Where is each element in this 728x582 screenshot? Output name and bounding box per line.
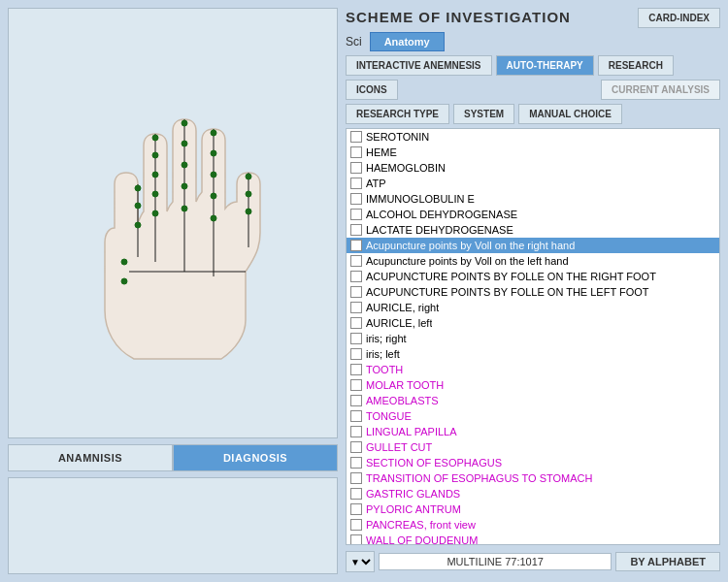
list-item-text: WALL OF DOUDENUM [366, 534, 478, 545]
svg-point-27 [121, 259, 127, 265]
list-item[interactable]: MOLAR TOOTH [347, 377, 719, 393]
list-item[interactable]: PANCREAS, front view [347, 517, 719, 533]
research-type-button[interactable]: RESEARCH TYPE [346, 104, 449, 124]
diagnosis-button[interactable]: DIAGNOSIS [173, 444, 338, 471]
list-item[interactable]: AURICLE, right [347, 300, 719, 315]
list-checkbox[interactable] [350, 534, 362, 545]
list-checkbox[interactable] [350, 457, 362, 469]
list-item[interactable]: TRANSITION OF ESOPHAGUS TO STOMACH [347, 470, 719, 486]
by-alphabet-button[interactable]: BY ALPHABET [615, 552, 720, 571]
list-checkbox[interactable] [350, 379, 362, 391]
icons-button[interactable]: ICONS [346, 80, 398, 100]
list-item-text: MOLAR TOOTH [366, 379, 444, 391]
svg-point-24 [246, 174, 251, 179]
list-checkbox[interactable] [350, 146, 362, 158]
list-checkbox[interactable] [350, 178, 362, 189]
list-item[interactable]: SEROTONIN [347, 129, 719, 145]
list-item[interactable]: IMMUNOGLOBULIN E [347, 191, 719, 207]
list-checkbox[interactable] [350, 240, 362, 251]
list-item[interactable]: HEME [347, 145, 719, 160]
list-item[interactable]: iris; left [347, 346, 719, 362]
list-item[interactable]: LACTATE DEHYDROGENASE [347, 222, 719, 238]
list-item[interactable]: LINGUAL PAPILLA [347, 424, 719, 439]
bottom-controls: ▼ MULTILINE 77:1017 BY ALPHABET [346, 549, 720, 574]
list-item-text: AMEOBLASTS [366, 395, 439, 406]
svg-point-8 [152, 172, 158, 178]
hand-image [56, 68, 289, 378]
system-button[interactable]: SYSTEM [453, 104, 514, 124]
dropdown-select[interactable]: ▼ [346, 551, 375, 572]
list-checkbox[interactable] [350, 364, 362, 375]
manual-choice-button[interactable]: MANUAL CHOICE [518, 104, 622, 124]
list-item-text: HEME [366, 146, 397, 158]
list-item[interactable]: AURICLE, left [347, 315, 719, 331]
list-checkbox[interactable] [350, 286, 362, 298]
list-checkbox[interactable] [350, 224, 362, 236]
list-item[interactable]: AMEOBLASTS [347, 393, 719, 408]
auto-therapy-button[interactable]: AUTO-THERAPY [496, 55, 594, 76]
list-checkbox[interactable] [350, 193, 362, 205]
current-analysis-button[interactable]: CURRENT ANALYSIS [601, 80, 720, 100]
svg-point-6 [152, 135, 158, 141]
list-item[interactable]: ATP [347, 176, 719, 191]
list-item[interactable]: TONGUE [347, 408, 719, 424]
list-checkbox[interactable] [350, 441, 362, 453]
list-item-text: ATP [366, 178, 386, 189]
function-row-3: RESEARCH TYPE SYSTEM MANUAL CHOICE [346, 104, 720, 124]
list-item[interactable]: GULLET CUT [347, 439, 719, 455]
list-item-text: Acupuncture points by Voll on the right … [366, 240, 575, 251]
svg-point-20 [211, 215, 216, 221]
multiline-status: MULTILINE 77:1017 [379, 553, 612, 570]
function-row-1: INTERACTIVE ANEMNESIS AUTO-THERAPY RESEA… [346, 55, 720, 76]
svg-point-13 [182, 162, 187, 168]
list-item[interactable]: ACUPUNCTURE POINTS BY FOLLE ON THE RIGHT… [347, 269, 719, 284]
list-item-text: iris; right [366, 333, 407, 344]
list-item-text: ACUPUNCTURE POINTS BY FOLLE ON THE RIGHT… [366, 271, 656, 282]
list-checkbox[interactable] [350, 503, 362, 515]
list-item-text: Acupuncture points by Voll on the left h… [366, 255, 569, 267]
list-item-text: TONGUE [366, 410, 412, 422]
svg-point-7 [152, 152, 158, 158]
list-item-text: AURICLE, left [366, 317, 432, 329]
list-checkbox[interactable] [350, 317, 362, 329]
svg-point-12 [182, 141, 187, 146]
list-item[interactable]: GASTRIC GLANDS [347, 486, 719, 501]
list-checkbox[interactable] [350, 255, 362, 267]
anamnesis-button[interactable]: ANAMNISIS [8, 444, 173, 471]
list-item[interactable]: ALCOHOL DEHYDROGENASE [347, 207, 719, 222]
svg-point-22 [135, 203, 141, 209]
list-checkbox[interactable] [350, 131, 362, 143]
list-item[interactable]: Acupuncture points by Voll on the right … [347, 238, 719, 253]
list-item[interactable]: ACUPUNCTURE POINTS BY FOLLE ON THE LEFT … [347, 284, 719, 300]
list-checkbox[interactable] [350, 333, 362, 344]
interactive-anemnesis-button[interactable]: INTERACTIVE ANEMNESIS [346, 55, 492, 76]
scheme-title: SCHEME OF INVESTIGATION [346, 9, 571, 25]
list-checkbox[interactable] [350, 302, 362, 313]
list-checkbox[interactable] [350, 410, 362, 422]
list-item-text: GULLET CUT [366, 441, 432, 453]
svg-point-9 [152, 191, 158, 197]
list-checkbox[interactable] [350, 348, 362, 360]
research-button[interactable]: RESEARCH [598, 55, 674, 76]
list-checkbox[interactable] [350, 472, 362, 484]
list-item[interactable]: iris; right [347, 331, 719, 346]
list-checkbox[interactable] [350, 209, 362, 220]
list-item[interactable]: HAEMOGLOBIN [347, 160, 719, 176]
list-checkbox[interactable] [350, 426, 362, 437]
investigation-list[interactable]: SEROTONINHEMEHAEMOGLOBINATPIMMUNOGLOBULI… [346, 128, 720, 545]
list-item[interactable]: Acupuncture points by Voll on the left h… [347, 253, 719, 269]
list-item[interactable]: TOOTH [347, 362, 719, 377]
list-item[interactable]: SECTION OF ESOPHAGUS [347, 455, 719, 470]
list-checkbox[interactable] [350, 395, 362, 406]
list-item-text: TRANSITION OF ESOPHAGUS TO STOMACH [366, 472, 592, 484]
anatomy-tab[interactable]: Anatomy [370, 32, 445, 51]
list-item-text: ALCOHOL DEHYDROGENASE [366, 209, 517, 220]
list-checkbox[interactable] [350, 271, 362, 282]
list-checkbox[interactable] [350, 162, 362, 174]
list-item[interactable]: PYLORIC ANTRUM [347, 501, 719, 517]
list-checkbox[interactable] [350, 519, 362, 531]
card-index-button[interactable]: CARD-INDEX [638, 8, 720, 28]
svg-point-10 [152, 210, 158, 216]
list-checkbox[interactable] [350, 488, 362, 500]
list-item[interactable]: WALL OF DOUDENUM [347, 533, 719, 545]
